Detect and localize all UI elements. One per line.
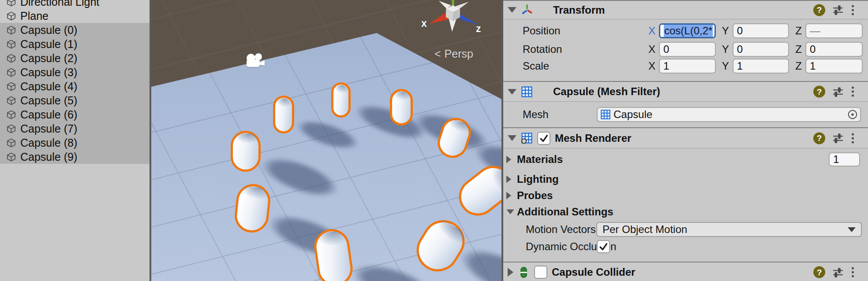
camera-gizmo-icon[interactable] (244, 52, 266, 70)
gizmo-z-axis-label[interactable]: z (476, 23, 481, 35)
hierarchy-item-capsule-5[interactable]: Capsule (5) (0, 93, 150, 107)
hierarchy-item-capsule-2[interactable]: Capsule (2) (0, 51, 150, 65)
rotation-label: Rotation (523, 43, 562, 55)
hierarchy-item-plane[interactable]: Plane (0, 9, 150, 23)
mesh-object-field[interactable]: Capsule (597, 107, 861, 122)
cube-icon (6, 39, 16, 49)
hierarchy-item-capsule-7[interactable]: Capsule (7) (0, 122, 150, 136)
position-z-field[interactable]: — (805, 23, 863, 38)
foldout-expanded-icon[interactable] (507, 209, 514, 214)
foldout-collapsed-icon[interactable] (506, 176, 511, 183)
z-axis-label[interactable]: Z (795, 60, 802, 72)
position-row: Position X cos(L(0,2* Y 0 Z — (503, 23, 868, 39)
capsule-object[interactable] (390, 89, 413, 126)
preset-icon[interactable] (832, 86, 844, 97)
scale-x-field[interactable]: 1 (659, 59, 716, 74)
x-axis-label[interactable]: X (648, 25, 655, 37)
z-axis-label[interactable]: Z (795, 25, 802, 37)
help-icon[interactable]: ? (813, 4, 825, 16)
hierarchy-item-directional-light[interactable]: Directional Light (0, 0, 150, 9)
probes-row[interactable]: Probes (503, 188, 868, 203)
hierarchy-item-capsule-0[interactable]: Capsule (0) (0, 23, 150, 37)
materials-row[interactable]: Materials 1 (503, 152, 868, 167)
y-axis-label[interactable]: Y (722, 60, 729, 72)
component-enabled-checkbox[interactable] (534, 266, 547, 279)
help-icon[interactable]: ? (813, 132, 825, 144)
scale-z-field[interactable]: 1 (805, 59, 863, 74)
perspective-toggle[interactable]: < Persp (434, 48, 473, 60)
capsule-object[interactable] (331, 82, 351, 118)
component-enabled-checkbox[interactable] (537, 132, 550, 145)
lighting-row[interactable]: Lighting (503, 171, 868, 187)
object-picker-icon[interactable] (847, 109, 858, 120)
preset-icon[interactable] (832, 266, 844, 278)
additional-settings-row[interactable]: Additional Settings (503, 204, 868, 220)
hierarchy-item-capsule-8[interactable]: Capsule (8) (0, 136, 150, 150)
foldout-collapsed-icon[interactable] (508, 268, 513, 277)
help-icon[interactable]: ? (813, 86, 825, 98)
mesh-object-value: Capsule (614, 108, 652, 121)
preset-icon[interactable] (832, 4, 844, 16)
rotation-row: Rotation X 0 Y 0 Z 0 (503, 41, 868, 57)
x-axis-label[interactable]: X (648, 60, 655, 72)
hierarchy-item-label: Capsule (0) (20, 24, 77, 37)
scale-label: Scale (523, 60, 549, 72)
mesh-label: Mesh (523, 108, 549, 121)
scene-view[interactable]: x z < Persp (151, 0, 501, 281)
mesh-renderer-icon (521, 132, 533, 144)
component-title: Capsule Collider (552, 266, 635, 278)
kebab-menu-icon[interactable] (851, 266, 855, 278)
hierarchy-item-capsule-1[interactable]: Capsule (1) (0, 37, 150, 51)
persp-label: Persp (445, 48, 473, 60)
hierarchy-item-label: Capsule (1) (20, 38, 77, 51)
rotation-z-field[interactable]: 0 (805, 42, 863, 57)
z-axis-label[interactable]: Z (795, 43, 802, 55)
foldout-expanded-icon[interactable] (508, 135, 516, 141)
mesh-filter-header[interactable]: Capsule (Mesh Filter) ? (503, 82, 868, 102)
position-x-field[interactable]: cos(L(0,2* (659, 23, 716, 38)
scale-row: Scale X 1 Y 1 Z 1 (503, 58, 868, 74)
additional-settings-label: Additional Settings (517, 206, 614, 218)
transform-component: Transform ? Position X cos(L(0,2* Y 0 Z … (503, 1, 868, 81)
lighting-label: Lighting (517, 173, 559, 185)
y-axis-label[interactable]: Y (722, 43, 729, 55)
rotation-y-field[interactable]: 0 (733, 42, 789, 57)
capsule-collider-component: Capsule Collider ? (503, 262, 868, 281)
position-y-field[interactable]: 0 (733, 23, 789, 38)
rotation-x-field[interactable]: 0 (659, 42, 716, 57)
foldout-expanded-icon[interactable] (508, 89, 516, 95)
help-icon[interactable]: ? (813, 266, 825, 278)
materials-count-field[interactable]: 1 (829, 152, 860, 166)
foldout-collapsed-icon[interactable] (506, 156, 511, 163)
x-axis-label[interactable]: X (648, 43, 655, 55)
foldout-collapsed-icon[interactable] (506, 192, 511, 200)
check-icon (598, 241, 609, 252)
hierarchy-item-capsule-3[interactable]: Capsule (3) (0, 65, 150, 79)
hierarchy-item-capsule-9[interactable]: Capsule (9) (0, 150, 150, 164)
position-label: Position (523, 25, 560, 37)
mesh-icon (600, 109, 611, 120)
component-title: Capsule (Mesh Filter) (553, 85, 660, 98)
kebab-menu-icon[interactable] (851, 132, 855, 144)
capsule-object[interactable] (231, 131, 261, 172)
mesh-renderer-component: Mesh Renderer ? Materials 1 Lighting Pro… (503, 127, 868, 262)
motion-vectors-dropdown[interactable]: Per Object Motion (596, 222, 862, 237)
scale-y-field[interactable]: 1 (733, 59, 789, 74)
transform-icon (521, 4, 533, 16)
kebab-menu-icon[interactable] (851, 86, 855, 98)
capsule-collider-header[interactable]: Capsule Collider ? (503, 263, 868, 281)
y-axis-label[interactable]: Y (722, 25, 729, 37)
materials-label: Materials (517, 153, 563, 166)
gizmo-x-axis-label[interactable]: x (421, 18, 427, 30)
mesh-filter-icon (521, 86, 533, 98)
kebab-menu-icon[interactable] (851, 4, 855, 16)
preset-icon[interactable] (832, 133, 844, 144)
transform-header[interactable]: Transform ? (503, 1, 868, 19)
capsule-object[interactable] (273, 96, 294, 133)
hierarchy-item-capsule-6[interactable]: Capsule (6) (0, 107, 150, 122)
component-title: Mesh Renderer (555, 132, 631, 144)
dynamic-occlusion-checkbox[interactable] (597, 240, 610, 253)
hierarchy-item-capsule-4[interactable]: Capsule (4) (0, 79, 150, 93)
mesh-renderer-header[interactable]: Mesh Renderer ? (503, 128, 868, 148)
foldout-expanded-icon[interactable] (508, 7, 516, 13)
